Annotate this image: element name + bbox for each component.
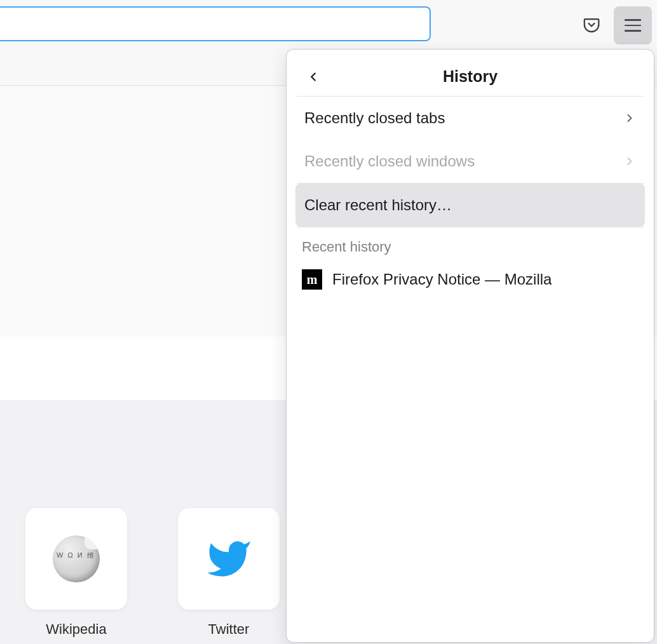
recent-history-label: Recent history: [293, 227, 647, 264]
menu-item-label: Recently closed windows: [304, 152, 475, 170]
history-entry[interactable]: m Firefox Privacy Notice — Mozilla: [293, 264, 647, 295]
chevron-left-icon: [306, 70, 320, 84]
shortcut-label: Wikipedia: [46, 621, 106, 638]
pocket-icon: [582, 16, 601, 35]
recently-closed-tabs-item[interactable]: Recently closed tabs: [295, 97, 645, 140]
address-bar[interactable]: [0, 6, 431, 41]
shortcut-tile: [25, 508, 127, 610]
chevron-right-icon: [623, 112, 636, 124]
wikipedia-icon: [53, 535, 100, 582]
browser-toolbar: [0, 0, 657, 51]
history-panel: History Recently closed tabs Recently cl…: [286, 49, 654, 643]
toolbar-icons-group: [574, 0, 657, 51]
back-button[interactable]: [299, 63, 327, 91]
shortcut-wikipedia[interactable]: Wikipedia: [25, 508, 127, 638]
panel-header: History: [297, 57, 644, 97]
panel-title: History: [443, 67, 498, 86]
hamburger-icon: [625, 19, 641, 21]
history-entry-title: Firefox Privacy Notice — Mozilla: [332, 271, 552, 288]
clear-recent-history-item[interactable]: Clear recent history…: [295, 184, 645, 227]
recently-closed-windows-item: Recently closed windows: [295, 140, 645, 183]
pocket-button[interactable]: [574, 8, 609, 43]
chevron-right-icon: [623, 155, 636, 168]
mozilla-favicon: m: [302, 269, 322, 290]
shortcut-tile: [178, 508, 280, 610]
menu-button[interactable]: [614, 6, 652, 44]
menu-item-label: Clear recent history…: [304, 196, 452, 214]
shortcut-label: Twitter: [208, 621, 250, 638]
twitter-icon: [205, 535, 252, 582]
menu-item-label: Recently closed tabs: [304, 109, 445, 127]
shortcut-twitter[interactable]: Twitter: [178, 508, 280, 638]
